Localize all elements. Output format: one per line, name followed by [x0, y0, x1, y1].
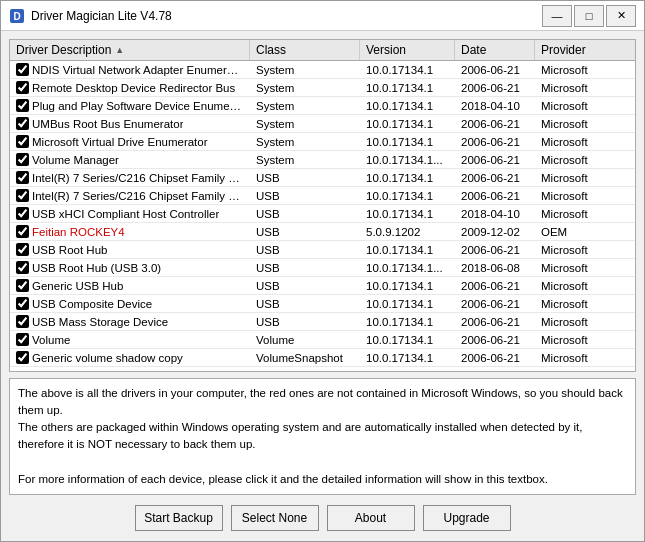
select-none-button[interactable]: Select None — [231, 505, 319, 531]
driver-provider: Microsoft — [535, 135, 635, 149]
app-icon: D — [9, 8, 25, 24]
driver-date: 2006-06-21 — [455, 243, 535, 257]
driver-desc: Microsoft Virtual Drive Enumerator — [32, 136, 208, 148]
driver-date: 2006-06-21 — [455, 135, 535, 149]
driver-version: 10.0.17134.1... — [360, 261, 455, 275]
driver-version: 10.0.17134.1 — [360, 99, 455, 113]
table-row[interactable]: Volume Manager System 10.0.17134.1... 20… — [10, 151, 635, 169]
minimize-button[interactable]: — — [542, 5, 572, 27]
driver-desc: USB Root Hub — [32, 244, 107, 256]
driver-desc: Intel(R) 7 Series/C216 Chipset Family US… — [32, 172, 244, 184]
driver-desc: Generic USB Hub — [32, 280, 123, 292]
row-checkbox[interactable] — [16, 81, 29, 94]
window-title: Driver Magician Lite V4.78 — [31, 9, 542, 23]
row-checkbox[interactable] — [16, 333, 29, 346]
col-header-provider[interactable]: Provider — [535, 40, 635, 60]
driver-version: 10.0.17134.1 — [360, 279, 455, 293]
driver-desc: Generic volume shadow copy — [32, 352, 183, 364]
row-checkbox[interactable] — [16, 117, 29, 130]
svg-text:D: D — [13, 11, 20, 22]
driver-version: 5.0.9.1202 — [360, 225, 455, 239]
row-checkbox[interactable] — [16, 153, 29, 166]
driver-class: System — [250, 117, 360, 131]
row-checkbox[interactable] — [16, 279, 29, 292]
driver-date: 2006-06-21 — [455, 297, 535, 311]
table-row[interactable]: USB xHCI Compliant Host Controller USB 1… — [10, 205, 635, 223]
table-row[interactable]: Intel(R) 7 Series/C216 Chipset Family US… — [10, 187, 635, 205]
row-checkbox[interactable] — [16, 351, 29, 364]
col-header-date[interactable]: Date — [455, 40, 535, 60]
driver-provider: Microsoft — [535, 261, 635, 275]
row-checkbox[interactable] — [16, 297, 29, 310]
row-checkbox[interactable] — [16, 171, 29, 184]
driver-date: 2006-06-21 — [455, 333, 535, 347]
driver-date: 2006-06-21 — [455, 171, 535, 185]
driver-class: USB — [250, 315, 360, 329]
table-row[interactable]: Generic USB Hub USB 10.0.17134.1 2006-06… — [10, 277, 635, 295]
driver-provider: Microsoft — [535, 189, 635, 203]
col-header-desc[interactable]: Driver Description ▲ — [10, 40, 250, 60]
driver-desc: Intel(R) 7 Series/C216 Chipset Family US… — [32, 190, 244, 202]
table-row[interactable]: Microsoft Virtual Drive Enumerator Syste… — [10, 133, 635, 151]
table-row[interactable]: NDIS Virtual Network Adapter Enumerator … — [10, 61, 635, 79]
driver-version: 10.0.17134.1 — [360, 297, 455, 311]
driver-class: VolumeSnapshot — [250, 351, 360, 365]
driver-date: 2006-06-21 — [455, 189, 535, 203]
row-checkbox[interactable] — [16, 135, 29, 148]
close-button[interactable]: ✕ — [606, 5, 636, 27]
col-header-class[interactable]: Class — [250, 40, 360, 60]
driver-desc: Volume — [32, 334, 70, 346]
button-row: Start Backup Select None About Upgrade — [9, 501, 636, 533]
driver-date: 2006-06-21 — [455, 351, 535, 365]
row-checkbox[interactable] — [16, 99, 29, 112]
col-header-version[interactable]: Version — [360, 40, 455, 60]
driver-desc: USB Composite Device — [32, 298, 152, 310]
table-row[interactable]: Generic volume shadow copy VolumeSnapsho… — [10, 349, 635, 367]
row-checkbox[interactable] — [16, 315, 29, 328]
start-backup-button[interactable]: Start Backup — [135, 505, 223, 531]
driver-version: 10.0.17134.1... — [360, 153, 455, 167]
driver-date: 2018-04-10 — [455, 99, 535, 113]
driver-version: 10.0.17134.1 — [360, 81, 455, 95]
table-body: NDIS Virtual Network Adapter Enumerator … — [10, 61, 635, 371]
table-row[interactable]: UMBus Root Bus Enumerator System 10.0.17… — [10, 115, 635, 133]
driver-provider: Microsoft — [535, 207, 635, 221]
driver-provider: Microsoft — [535, 243, 635, 257]
row-checkbox[interactable] — [16, 189, 29, 202]
row-checkbox[interactable] — [16, 207, 29, 220]
maximize-button[interactable]: □ — [574, 5, 604, 27]
sort-arrow-icon: ▲ — [115, 45, 124, 55]
table-row[interactable]: USB Composite Device USB 10.0.17134.1 20… — [10, 295, 635, 313]
driver-desc: Feitian ROCKEY4 — [32, 226, 125, 238]
info-line2: The others are packaged within Windows o… — [18, 421, 582, 450]
driver-provider: Microsoft — [535, 171, 635, 185]
table-row[interactable]: Intel(R) 7 Series/C216 Chipset Family US… — [10, 169, 635, 187]
main-window: D Driver Magician Lite V4.78 — □ ✕ Drive… — [0, 0, 645, 542]
driver-version: 10.0.17134.1 — [360, 315, 455, 329]
table-row[interactable]: Remote Desktop Device Redirector Bus Sys… — [10, 79, 635, 97]
table-row[interactable]: Volume Volume 10.0.17134.1 2006-06-21 Mi… — [10, 331, 635, 349]
table-row[interactable]: USB Root Hub USB 10.0.17134.1 2006-06-21… — [10, 241, 635, 259]
driver-desc: Remote Desktop Device Redirector Bus — [32, 82, 235, 94]
row-checkbox[interactable] — [16, 243, 29, 256]
about-button[interactable]: About — [327, 505, 415, 531]
table-row[interactable]: USB Mass Storage Device USB 10.0.17134.1… — [10, 313, 635, 331]
driver-version: 10.0.17134.1 — [360, 243, 455, 257]
driver-version: 10.0.17134.1 — [360, 189, 455, 203]
driver-provider: Microsoft — [535, 279, 635, 293]
table-row[interactable]: USB Root Hub (USB 3.0) USB 10.0.17134.1.… — [10, 259, 635, 277]
driver-desc: USB Root Hub (USB 3.0) — [32, 262, 161, 274]
driver-version: 10.0.17134.1 — [360, 351, 455, 365]
table-row[interactable]: Feitian ROCKEY4 USB 5.0.9.1202 2009-12-0… — [10, 223, 635, 241]
row-checkbox[interactable] — [16, 63, 29, 76]
driver-class: System — [250, 153, 360, 167]
table-row[interactable]: Plug and Play Software Device Enumerator… — [10, 97, 635, 115]
driver-version: 10.0.17134.1 — [360, 207, 455, 221]
driver-class: System — [250, 99, 360, 113]
driver-class: System — [250, 63, 360, 77]
upgrade-button[interactable]: Upgrade — [423, 505, 511, 531]
row-checkbox[interactable] — [16, 225, 29, 238]
driver-date: 2006-06-21 — [455, 315, 535, 329]
row-checkbox[interactable] — [16, 261, 29, 274]
driver-provider: Microsoft — [535, 117, 635, 131]
